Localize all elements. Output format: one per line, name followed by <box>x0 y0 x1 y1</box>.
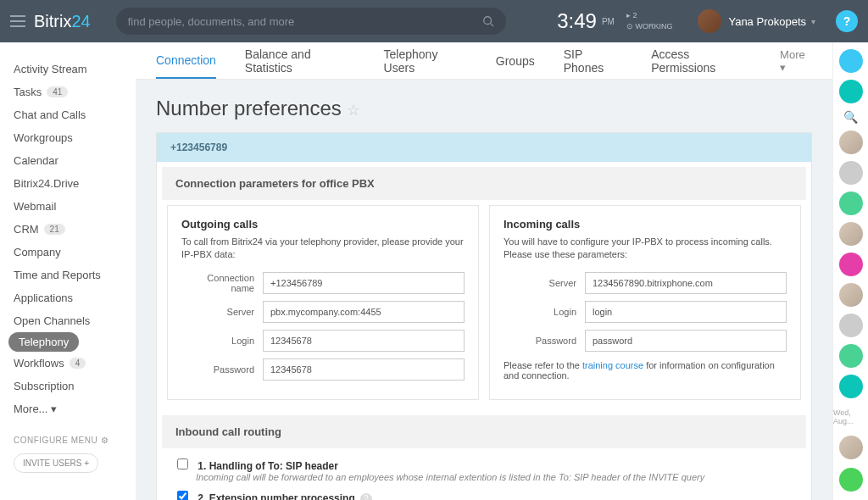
username: Yana Prokopets <box>728 15 806 28</box>
sidebar-item-calendar[interactable]: Calendar <box>14 149 136 172</box>
lock-icon[interactable] <box>839 253 863 276</box>
sidebar-item-crm[interactable]: CRM21 <box>14 218 136 241</box>
field-label: Connection name <box>181 273 263 293</box>
sidebar-item-telephony[interactable]: Telephony <box>8 332 79 352</box>
chevron-down-icon: ▾ <box>811 17 815 26</box>
outgoing-card: Outgoing calls To call from Bitrix24 via… <box>167 205 479 400</box>
contact-avatar[interactable] <box>839 283 863 307</box>
sidebar-item-workflows[interactable]: Workflows4 <box>14 352 136 375</box>
search-icon <box>482 15 494 27</box>
tab-access-permissions[interactable]: Access Permissions <box>651 42 751 85</box>
contact-avatar[interactable] <box>839 314 863 337</box>
content-panel: +123456789 Connection parameters for off… <box>156 132 812 500</box>
rail-date: Wed, Aug... <box>833 408 868 425</box>
field-label: Login <box>181 336 263 346</box>
phone-call-button[interactable] <box>839 468 863 492</box>
tabs-more[interactable]: More ▾ <box>780 48 812 74</box>
routing-option: 2. Extension number processing?An incomi… <box>177 491 791 500</box>
configure-menu[interactable]: CONFIGURE MENU ⚙ <box>14 436 136 445</box>
login-input[interactable]: 12345678 <box>263 330 465 352</box>
page-title: Number preferences ☆ <box>136 80 832 132</box>
svg-point-0 <box>483 17 491 25</box>
invite-users-button[interactable]: INVITE USERS + <box>14 453 98 473</box>
login-input: login <box>585 301 787 323</box>
left-sidebar: Activity StreamTasks41Chat and CallsWork… <box>0 42 136 500</box>
tab-balance-and-statistics[interactable]: Balance and Statistics <box>245 42 355 85</box>
server-input: 1234567890.bitrixphone.com <box>585 272 787 294</box>
svg-line-1 <box>490 24 493 27</box>
sidebar-item-tasks[interactable]: Tasks41 <box>14 81 136 103</box>
tab-connection[interactable]: Connection <box>156 43 216 79</box>
tab-sip-phones[interactable]: SIP Phones <box>564 42 622 85</box>
search-input[interactable]: find people, documents, and more <box>116 8 506 35</box>
incoming-desc: You will have to configure your IP-PBX t… <box>504 236 787 262</box>
hamburger-icon[interactable] <box>10 15 25 27</box>
contact-avatar[interactable] <box>839 192 863 215</box>
sidebar-item-bitrix24-drive[interactable]: Bitrix24.Drive <box>14 172 136 195</box>
sidebar-item-workgroups[interactable]: Workgroups <box>14 126 136 149</box>
chat-icon[interactable] <box>839 80 863 103</box>
user-menu[interactable]: Yana Prokopets ▾ <box>698 9 815 33</box>
field-label: Server <box>181 307 263 317</box>
section-connection-params: Connection parameters for office PBX <box>162 167 806 200</box>
contact-avatar[interactable] <box>839 436 863 459</box>
sidebar-item-subscription[interactable]: Subscription <box>14 375 136 397</box>
password-input: password <box>585 330 787 352</box>
routing-option: 1. Handling of To: SIP headerIncoming ca… <box>177 458 791 482</box>
routing-checkbox[interactable] <box>177 491 188 500</box>
outgoing-title: Outgoing calls <box>181 218 465 231</box>
contact-avatar[interactable] <box>839 222 863 246</box>
section-inbound-routing: Inbound call routing <box>162 415 806 448</box>
password-input[interactable]: 12345678 <box>263 358 465 381</box>
phone-number-header: +123456789 <box>157 133 811 162</box>
star-icon[interactable]: ☆ <box>347 102 360 119</box>
routing-checkbox[interactable] <box>177 458 188 469</box>
logo[interactable]: Bitrix24 <box>34 12 91 31</box>
routing-list: 1. Handling of To: SIP headerIncoming ca… <box>157 448 811 500</box>
contact-avatar[interactable] <box>839 161 863 185</box>
connection-name-input[interactable]: +123456789 <box>263 272 465 294</box>
avatar <box>698 9 721 33</box>
training-link[interactable]: training course <box>582 360 643 370</box>
sidebar-item-webmail[interactable]: Webmail <box>14 195 136 218</box>
field-label: Password <box>181 364 263 375</box>
rail-search-icon[interactable]: 🔍 <box>843 110 858 124</box>
status-icon[interactable] <box>839 344 863 368</box>
sidebar-item-chat-and-calls[interactable]: Chat and Calls <box>14 103 136 126</box>
tab-groups[interactable]: Groups <box>496 44 535 78</box>
sidebar-item-open-channels[interactable]: Open Channels <box>14 309 136 332</box>
incoming-note: Please refer to the training course for … <box>504 360 787 381</box>
tab-bar: ConnectionBalance and StatisticsTelephon… <box>136 42 832 80</box>
field-label: Login <box>504 307 585 317</box>
top-header: Bitrix24 find people, documents, and mor… <box>0 0 868 42</box>
main-area: ConnectionBalance and StatisticsTelephon… <box>136 42 832 500</box>
contact-avatar[interactable] <box>839 131 863 154</box>
server-input[interactable]: pbx.mycompany.com:4455 <box>263 301 465 323</box>
right-rail: 🔍 Wed, Aug... <box>832 42 868 500</box>
incoming-title: Incoming calls <box>504 218 787 231</box>
help-button[interactable]: ? <box>836 10 858 32</box>
sidebar-item-company[interactable]: Company <box>14 241 136 264</box>
notifications-icon[interactable] <box>839 49 863 73</box>
outgoing-desc: To call from Bitrix24 via your telephony… <box>181 236 465 262</box>
search-placeholder: find people, documents, and more <box>128 15 482 28</box>
sidebar-item-time-and-reports[interactable]: Time and Reports <box>14 264 136 286</box>
help-icon[interactable]: ? <box>360 493 372 500</box>
field-label: Password <box>504 336 585 346</box>
sidebar-item-applications[interactable]: Applications <box>14 286 136 309</box>
status-icon[interactable] <box>839 375 863 398</box>
field-label: Server <box>504 278 585 288</box>
tab-telephony-users[interactable]: Telephony Users <box>384 42 467 85</box>
sidebar-item-activity-stream[interactable]: Activity Stream <box>14 58 136 81</box>
sidebar-item-more-[interactable]: More... ▾ <box>14 397 136 420</box>
incoming-card: Incoming calls You will have to configur… <box>489 205 801 400</box>
clock: 3:49 PM ▸ 2 ⊙ WORKING <box>557 9 672 33</box>
